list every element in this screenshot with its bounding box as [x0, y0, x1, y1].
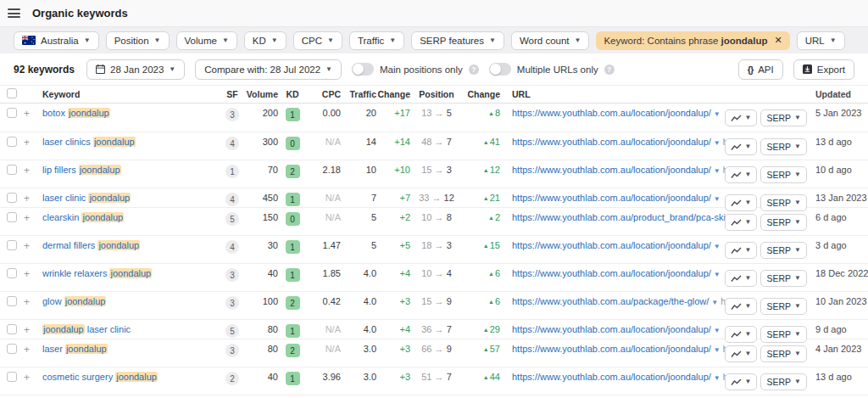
- filter-pill-kd[interactable]: KD▼: [244, 31, 287, 50]
- main-positions-toggle[interactable]: [352, 63, 374, 76]
- url-dropdown-caret[interactable]: ▼: [711, 299, 718, 306]
- serp-button[interactable]: SERP ▼: [760, 214, 807, 231]
- url-dropdown-caret[interactable]: ▼: [714, 327, 721, 334]
- filter-pill-volume[interactable]: Volume▼: [176, 31, 237, 50]
- position-history-chart-button[interactable]: ▼: [725, 270, 758, 287]
- url-link[interactable]: https://www.youthlab.com.au/location/joo…: [512, 165, 711, 175]
- row-checkbox[interactable]: [7, 268, 17, 278]
- row-checkbox[interactable]: [7, 240, 17, 250]
- row-checkbox[interactable]: [7, 296, 17, 306]
- position-history-chart-button[interactable]: ▼: [725, 109, 758, 126]
- serp-button[interactable]: SERP ▼: [760, 109, 807, 126]
- hamburger-menu-icon[interactable]: [8, 8, 20, 18]
- filter-pill-traffic[interactable]: Traffic▼: [349, 31, 404, 50]
- position-history-chart-button[interactable]: ▼: [725, 214, 758, 231]
- select-all-checkbox[interactable]: [7, 88, 17, 98]
- expand-plus-icon[interactable]: +: [24, 320, 42, 336]
- expand-plus-icon[interactable]: +: [24, 236, 42, 252]
- info-icon[interactable]: ?: [469, 64, 479, 75]
- position-history-chart-button[interactable]: ▼: [725, 345, 758, 362]
- column-header-traffic[interactable]: Traffic: [341, 89, 376, 99]
- filter-pill-word-count[interactable]: Word count▼: [511, 31, 590, 50]
- position-history-chart-button[interactable]: ▼: [725, 298, 758, 315]
- country-filter[interactable]: Australia ▼: [14, 31, 99, 50]
- compare-button[interactable]: Compare with: 28 Jul 2022 ▼: [195, 59, 342, 80]
- keyword-link[interactable]: glow joondalup: [42, 296, 106, 306]
- column-header-url[interactable]: URL: [500, 89, 741, 99]
- position-history-chart-button[interactable]: ▼: [725, 373, 758, 390]
- keyword-link[interactable]: joondalup laser clinic: [42, 324, 131, 334]
- keyword-link[interactable]: botox joondalup: [42, 108, 110, 118]
- url-dropdown-caret[interactable]: ▼: [714, 195, 721, 203]
- row-checkbox[interactable]: [7, 212, 17, 222]
- url-dropdown-caret[interactable]: ▼: [714, 271, 721, 278]
- export-button[interactable]: Export: [793, 59, 854, 80]
- expand-plus-icon[interactable]: +: [24, 264, 42, 280]
- position-history-chart-button[interactable]: ▼: [725, 166, 758, 183]
- row-checkbox[interactable]: [7, 108, 17, 118]
- url-link[interactable]: https://www.youthlab.com.au/location/joo…: [512, 324, 711, 334]
- serp-button[interactable]: SERP ▼: [760, 166, 807, 183]
- url-link[interactable]: https://www.youthlab.com.au/location/joo…: [512, 137, 711, 147]
- date-picker-button[interactable]: 28 Jan 2023 ▼: [86, 59, 185, 80]
- url-dropdown-caret[interactable]: ▼: [714, 110, 721, 118]
- position-history-chart-button[interactable]: ▼: [725, 242, 758, 259]
- url-link[interactable]: https://www.youthlab.com.au/product_bran…: [512, 212, 733, 222]
- expand-plus-icon[interactable]: +: [24, 160, 42, 177]
- url-dropdown-caret[interactable]: ▼: [714, 346, 721, 354]
- expand-plus-icon[interactable]: +: [24, 132, 42, 149]
- url-link[interactable]: https://www.youthlab.com.au/location/joo…: [512, 268, 711, 278]
- url-dropdown-caret[interactable]: ▼: [714, 139, 721, 147]
- serp-button[interactable]: SERP ▼: [760, 242, 807, 259]
- url-link[interactable]: https://www.youthlab.com.au/location/joo…: [512, 372, 711, 382]
- url-link[interactable]: https://www.youthlab.com.au/location/joo…: [512, 108, 711, 118]
- serp-button[interactable]: SERP ▼: [760, 345, 807, 362]
- row-checkbox[interactable]: [7, 344, 17, 354]
- column-header-updated[interactable]: Updated: [807, 89, 868, 99]
- serp-button[interactable]: SERP ▼: [760, 373, 807, 390]
- url-link[interactable]: https://www.youthlab.com.au/package/the-…: [512, 296, 709, 306]
- column-header-kd[interactable]: KD: [278, 89, 307, 99]
- info-icon[interactable]: ?: [604, 64, 615, 75]
- expand-plus-icon[interactable]: +: [24, 104, 42, 120]
- url-dropdown-caret[interactable]: ▼: [714, 374, 721, 382]
- keyword-link[interactable]: dermal fillers joondalup: [42, 240, 140, 250]
- keyword-link[interactable]: clearskin joondalup: [42, 212, 124, 222]
- column-header-position[interactable]: Position: [410, 89, 463, 99]
- keyword-link[interactable]: cosmetic surgery joondalup: [42, 372, 158, 382]
- row-checkbox[interactable]: [7, 165, 17, 175]
- serp-button[interactable]: SERP ▼: [760, 138, 807, 155]
- url-dropdown-caret[interactable]: ▼: [714, 243, 721, 250]
- close-icon[interactable]: ✕: [774, 35, 782, 46]
- column-header-sf[interactable]: SF: [220, 89, 244, 99]
- url-link[interactable]: https://www.youthlab.com.au/location/joo…: [512, 344, 711, 354]
- expand-plus-icon[interactable]: +: [24, 188, 42, 205]
- keyword-link[interactable]: wrinkle relaxers joondalup: [42, 268, 152, 278]
- row-checkbox[interactable]: [7, 193, 17, 203]
- column-header-position-change[interactable]: Change: [463, 89, 500, 99]
- expand-plus-icon[interactable]: +: [24, 339, 42, 356]
- position-history-chart-button[interactable]: ▼: [725, 138, 758, 155]
- serp-button[interactable]: SERP ▼: [760, 298, 807, 315]
- keyword-filter-chip[interactable]: Keyword: Contains phrase joondalup ✕: [596, 31, 789, 50]
- filter-pill-cpc[interactable]: CPC▼: [293, 31, 342, 50]
- column-header-cpc[interactable]: CPC: [307, 89, 341, 99]
- url-link[interactable]: https://www.youthlab.com.au/location/joo…: [512, 193, 711, 203]
- multiple-urls-toggle[interactable]: [489, 63, 511, 76]
- filter-pill-serp-features[interactable]: SERP features▼: [411, 31, 504, 50]
- keyword-link[interactable]: laser clinics joondalup: [42, 137, 136, 147]
- api-button[interactable]: {} API: [738, 59, 783, 80]
- expand-plus-icon[interactable]: +: [24, 292, 42, 308]
- serp-button[interactable]: SERP ▼: [760, 270, 807, 287]
- keyword-link[interactable]: lip fillers joondalup: [42, 165, 121, 175]
- row-checkbox[interactable]: [7, 137, 17, 147]
- row-checkbox[interactable]: [7, 372, 17, 382]
- url-dropdown-caret[interactable]: ▼: [714, 167, 721, 175]
- keyword-link[interactable]: laser joondalup: [42, 344, 108, 354]
- expand-plus-icon[interactable]: +: [24, 208, 42, 224]
- filter-pill-position[interactable]: Position▼: [106, 31, 170, 50]
- expand-plus-icon[interactable]: +: [24, 367, 42, 384]
- keyword-link[interactable]: laser clinic joondalup: [42, 193, 131, 203]
- url-filter[interactable]: URL ▼: [797, 31, 845, 50]
- row-checkbox[interactable]: [7, 324, 17, 334]
